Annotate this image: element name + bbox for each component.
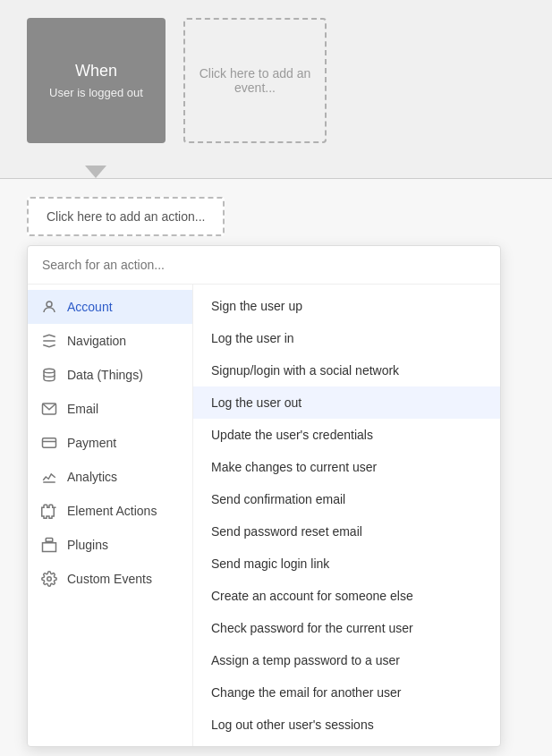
category-item-analytics[interactable]: Analytics xyxy=(28,460,192,494)
action-item-create-account[interactable]: Create an account for someone else xyxy=(193,580,500,612)
action-item-confirmation-email[interactable]: Send confirmation email xyxy=(193,483,500,515)
category-item-email[interactable]: Email xyxy=(28,392,192,426)
action-dropdown: AccountNavigationData (Things)EmailPayme… xyxy=(27,245,501,747)
person-icon xyxy=(40,298,58,316)
action-list: Sign the user upLog the user inSignup/lo… xyxy=(193,285,500,746)
category-label: Custom Events xyxy=(67,572,152,586)
category-item-data[interactable]: Data (Things) xyxy=(28,358,192,392)
add-event-label: Click here to add an event... xyxy=(194,66,316,95)
category-label: Email xyxy=(67,402,98,416)
action-item-log-out[interactable]: Log the user out xyxy=(193,386,500,419)
when-block: When User is logged out xyxy=(27,18,166,143)
category-list: AccountNavigationData (Things)EmailPayme… xyxy=(28,285,193,746)
category-item-account[interactable]: Account xyxy=(28,290,192,324)
action-item-social-login[interactable]: Signup/login with a social network xyxy=(193,354,500,386)
category-item-payment[interactable]: Payment xyxy=(28,426,192,460)
category-label: Plugins xyxy=(67,538,108,552)
category-label: Data (Things) xyxy=(67,368,143,382)
category-item-plugins[interactable]: Plugins xyxy=(28,528,192,562)
analytics-icon xyxy=(40,468,58,486)
when-subtitle: User is logged out xyxy=(49,86,143,99)
arrow-area xyxy=(0,166,552,178)
category-item-element-actions[interactable]: Element Actions xyxy=(28,494,192,528)
svg-point-0 xyxy=(47,302,52,307)
category-label: Account xyxy=(67,300,113,314)
gear-icon xyxy=(40,570,58,588)
action-item-log-out-sessions[interactable]: Log out other user's sessions xyxy=(193,709,500,741)
category-label: Analytics xyxy=(67,470,117,484)
email-icon xyxy=(40,400,58,418)
add-event-block[interactable]: Click here to add an event... xyxy=(183,18,327,143)
category-label: Element Actions xyxy=(67,504,157,518)
action-item-password-reset-email[interactable]: Send password reset email xyxy=(193,515,500,548)
nav-icon xyxy=(40,332,58,350)
search-area xyxy=(28,246,500,285)
when-title: When xyxy=(75,62,117,81)
action-item-change-email[interactable]: Change the email for another user xyxy=(193,676,500,709)
puzzle-icon xyxy=(40,502,58,520)
add-action-button[interactable]: Click here to add an action... xyxy=(27,197,225,236)
payment-icon xyxy=(40,434,58,452)
action-item-update-credentials[interactable]: Update the user's credentials xyxy=(193,419,500,451)
db-icon xyxy=(40,366,58,384)
action-panel: Click here to add an action... AccountNa… xyxy=(0,179,552,756)
search-input[interactable] xyxy=(42,258,486,272)
action-item-temp-password[interactable]: Assign a temp password to a user xyxy=(193,644,500,676)
svg-point-9 xyxy=(47,577,52,582)
category-item-custom-events[interactable]: Custom Events xyxy=(28,562,192,596)
action-item-magic-login[interactable]: Send magic login link xyxy=(193,548,500,580)
svg-rect-3 xyxy=(43,438,56,448)
action-item-check-password[interactable]: Check password for the current user xyxy=(193,612,500,644)
category-label: Navigation xyxy=(67,334,126,348)
svg-rect-6 xyxy=(46,539,53,542)
action-item-log-in[interactable]: Log the user in xyxy=(193,322,500,354)
dropdown-body: AccountNavigationData (Things)EmailPayme… xyxy=(28,285,500,746)
canvas-area: When User is logged out Click here to ad… xyxy=(0,0,552,166)
category-item-navigation[interactable]: Navigation xyxy=(28,324,192,358)
plugins-icon xyxy=(40,536,58,554)
action-item-make-changes[interactable]: Make changes to current user xyxy=(193,451,500,483)
category-label: Payment xyxy=(67,436,116,450)
arrow-down-icon xyxy=(85,166,106,178)
action-item-sign-up[interactable]: Sign the user up xyxy=(193,290,500,322)
svg-point-1 xyxy=(44,369,55,373)
